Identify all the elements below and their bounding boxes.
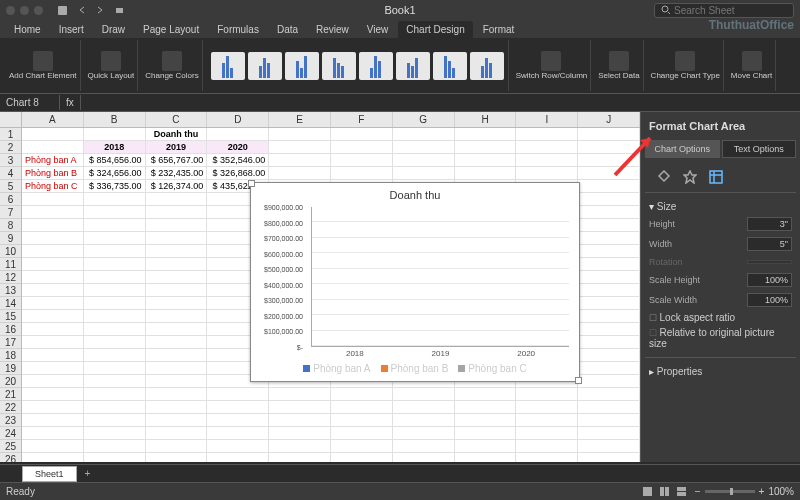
col-header[interactable]: E [269, 112, 331, 127]
cell[interactable] [84, 401, 146, 414]
quick-layout-button[interactable]: Quick Layout [85, 40, 139, 91]
cell[interactable] [578, 362, 640, 375]
page-layout-view-icon[interactable] [659, 486, 670, 497]
cell[interactable] [578, 206, 640, 219]
chart-styles-gallery[interactable] [207, 40, 509, 91]
cell[interactable] [269, 154, 331, 167]
col-header[interactable]: D [207, 112, 269, 127]
cell[interactable] [22, 232, 84, 245]
col-header[interactable]: B [84, 112, 146, 127]
col-header[interactable]: C [146, 112, 208, 127]
cell[interactable] [22, 258, 84, 271]
col-header[interactable]: A [22, 112, 84, 127]
cell[interactable] [516, 128, 578, 141]
cell[interactable] [578, 245, 640, 258]
properties-section[interactable]: ▸ Properties [649, 364, 792, 379]
cell[interactable] [84, 206, 146, 219]
row-header[interactable]: 26 [0, 453, 22, 462]
lock-aspect-checkbox[interactable]: ☐ Lock aspect ratio [649, 310, 792, 325]
chart-options-tab[interactable]: Chart Options [645, 140, 720, 158]
cell[interactable] [84, 271, 146, 284]
effects-icon[interactable] [683, 170, 697, 184]
cell[interactable] [578, 440, 640, 453]
cell[interactable] [455, 427, 517, 440]
cell[interactable] [578, 336, 640, 349]
cell[interactable] [516, 427, 578, 440]
cell[interactable] [84, 219, 146, 232]
cell[interactable] [393, 388, 455, 401]
cell[interactable]: $ 324,656.00 [84, 167, 146, 180]
cell[interactable]: 2019 [146, 141, 208, 154]
tab-chart-design[interactable]: Chart Design [398, 21, 472, 38]
cell[interactable]: $ 336,735.00 [84, 180, 146, 193]
cell[interactable] [269, 453, 331, 462]
cell[interactable] [331, 453, 393, 462]
name-box[interactable]: Chart 8 [0, 95, 60, 110]
tab-home[interactable]: Home [6, 21, 49, 38]
cell[interactable] [84, 323, 146, 336]
cell[interactable] [516, 388, 578, 401]
cell[interactable] [146, 297, 208, 310]
cell[interactable] [146, 232, 208, 245]
cell[interactable]: $ 352,546.00 [207, 154, 269, 167]
zoom-slider[interactable]: −+ 100% [695, 486, 794, 497]
row-header[interactable]: 4 [0, 167, 22, 180]
cell[interactable] [269, 128, 331, 141]
cell[interactable] [516, 440, 578, 453]
cell[interactable] [269, 414, 331, 427]
cell[interactable] [578, 167, 640, 180]
row-header[interactable]: 13 [0, 284, 22, 297]
tab-insert[interactable]: Insert [51, 21, 92, 38]
cell[interactable] [578, 128, 640, 141]
cell[interactable] [22, 414, 84, 427]
undo-icon[interactable] [76, 5, 87, 16]
cell[interactable] [455, 401, 517, 414]
cell[interactable] [516, 141, 578, 154]
cell[interactable]: $ 232,435.00 [146, 167, 208, 180]
switch-row-column-button[interactable]: Switch Row/Column [513, 40, 592, 91]
cell[interactable] [84, 375, 146, 388]
cell[interactable] [22, 219, 84, 232]
cell[interactable] [269, 388, 331, 401]
cell[interactable] [22, 427, 84, 440]
cell[interactable] [393, 440, 455, 453]
row-header[interactable]: 16 [0, 323, 22, 336]
cell[interactable] [269, 167, 331, 180]
cell[interactable] [269, 440, 331, 453]
search-box[interactable] [654, 3, 794, 18]
row-header[interactable]: 12 [0, 271, 22, 284]
cell[interactable] [455, 128, 517, 141]
cell[interactable] [84, 128, 146, 141]
cell[interactable] [578, 427, 640, 440]
row-header[interactable]: 18 [0, 349, 22, 362]
cell[interactable]: 2020 [207, 141, 269, 154]
cell[interactable] [84, 414, 146, 427]
cell[interactable]: Phòng ban C [22, 180, 84, 193]
change-chart-type-button[interactable]: Change Chart Type [648, 40, 724, 91]
cell[interactable] [393, 401, 455, 414]
cell[interactable] [269, 401, 331, 414]
cell[interactable] [84, 310, 146, 323]
cell[interactable] [22, 323, 84, 336]
cell[interactable] [84, 193, 146, 206]
row-header[interactable]: 2 [0, 141, 22, 154]
cell[interactable]: $ 126,374.00 [146, 180, 208, 193]
cell[interactable] [22, 271, 84, 284]
cell[interactable] [578, 375, 640, 388]
cell[interactable] [578, 388, 640, 401]
cell[interactable] [84, 349, 146, 362]
cell[interactable] [393, 453, 455, 462]
cell[interactable] [331, 414, 393, 427]
row-header[interactable]: 15 [0, 310, 22, 323]
cell[interactable]: Phòng ban B [22, 167, 84, 180]
cell[interactable] [516, 401, 578, 414]
cell[interactable] [22, 193, 84, 206]
scale-height-input[interactable]: 100% [747, 273, 792, 287]
cell[interactable] [146, 427, 208, 440]
height-input[interactable]: 3" [747, 217, 792, 231]
col-header[interactable]: H [455, 112, 517, 127]
cell[interactable] [146, 349, 208, 362]
window-controls[interactable] [6, 6, 43, 15]
legend-item[interactable]: Phòng ban A [303, 363, 370, 374]
cell[interactable] [578, 297, 640, 310]
